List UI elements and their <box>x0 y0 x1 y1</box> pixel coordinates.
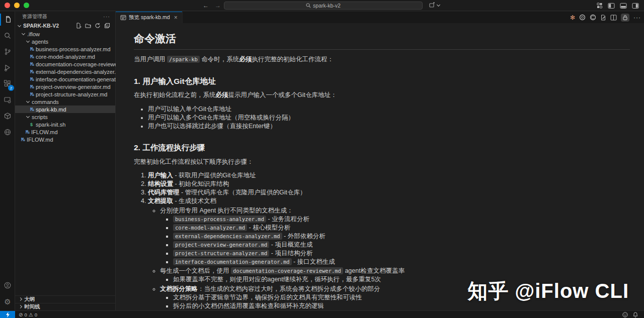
agent-item: project-structure-analyzer.md - 项目结构分析 <box>173 250 630 258</box>
markdown-file-icon <box>26 130 31 135</box>
markdown-file-icon <box>21 137 27 142</box>
chevron-down-icon <box>22 32 25 35</box>
tree-file[interactable]: interface-documentation-generator.md <box>15 75 115 83</box>
tree-file[interactable]: project-overview-generator.md <box>15 83 115 90</box>
lock-icon <box>622 15 628 21</box>
tree-folder-scripts[interactable]: scripts <box>15 113 115 121</box>
sub-item: 分别使用专用 Agent 执行不同类型的文档生成： business-proce… <box>160 207 630 266</box>
tree-file-selected[interactable]: spark-kb.md <box>15 105 115 113</box>
explorer-title: 资源管理器 <box>22 13 47 20</box>
split-editor-icon[interactable] <box>610 15 617 21</box>
project-name: SPARK-KB-V2 <box>23 23 59 29</box>
list-item: 用户也可以选择跳过此步骤（直接按Enter键） <box>148 123 630 131</box>
copilot-circle-icon[interactable] <box>590 14 596 21</box>
new-folder-icon[interactable] <box>85 23 91 29</box>
toggle-panel-icon[interactable] <box>620 3 627 9</box>
remote-explorer-icon[interactable] <box>0 92 15 108</box>
warnings-count: 0 <box>35 312 37 317</box>
list-item: 用户可以输入多个Git仓库地址（用空格或换行分隔） <box>148 114 630 122</box>
tree-file[interactable]: external-dependencies-analyzer.md <box>15 68 115 75</box>
command-center-search[interactable]: spark-kb-v2 <box>224 2 423 10</box>
timeline-section[interactable]: 时间线 <box>15 303 115 310</box>
tree-file[interactable]: documentation-coverage-reviewer.md <box>15 60 115 68</box>
tab-preview-spark-kb[interactable]: 预览 spark-kb.md × <box>116 12 183 23</box>
explorer-icon[interactable] <box>0 12 15 28</box>
tree-file[interactable]: IFLOW.md <box>15 136 115 143</box>
zoom-window-button[interactable] <box>24 3 29 8</box>
source-control-icon[interactable] <box>0 44 15 60</box>
open-changes-icon[interactable] <box>600 15 606 21</box>
more-actions-icon[interactable]: ··· <box>633 14 641 21</box>
outline-section[interactable]: 大纲 <box>15 295 115 303</box>
chevron-right-icon <box>19 304 22 308</box>
tree-file[interactable]: core-model-analyzer.md <box>15 53 115 60</box>
status-bar: ⊘0 ⚠0 <box>0 310 644 318</box>
section-1-paragraph: 在执行初始化流程之前，系统必须提示用户输入一个或多个Git仓库地址： <box>134 91 630 99</box>
extensions-icon[interactable]: 2 <box>0 76 15 92</box>
warnings-icon: ⚠ <box>29 312 33 317</box>
explorer-more-actions[interactable]: ··· <box>103 14 110 20</box>
zhihu-watermark: 知乎 @iFlow CLI <box>467 277 629 305</box>
markdown-file-icon <box>30 92 36 97</box>
tree-file[interactable]: business-process-analyzer.md <box>15 45 115 53</box>
remote-indicator[interactable] <box>0 311 15 318</box>
tree-file[interactable]: IFLOW.md <box>15 128 115 136</box>
tree-folder-iflow[interactable]: .iflow <box>15 30 115 38</box>
tab-bar: 预览 spark-kb.md × ✻ ··· <box>116 12 644 23</box>
account-icon[interactable] <box>0 277 15 293</box>
collapse-all-icon[interactable] <box>104 23 110 29</box>
chevron-right-icon <box>19 297 22 300</box>
extensions-badge: 2 <box>8 85 14 91</box>
run-debug-icon[interactable] <box>0 60 15 76</box>
search-icon <box>306 3 311 8</box>
shell-file-icon <box>30 122 36 127</box>
search-icon[interactable] <box>0 28 15 44</box>
intro-paragraph: 当用户调用 /spark-kb 命令时，系统必须执行完整的初始化工作流程： <box>134 56 630 64</box>
preview-locked-toggle[interactable] <box>621 14 629 22</box>
problems-status[interactable]: ⊘0 ⚠0 <box>15 312 37 317</box>
package-icon[interactable] <box>0 108 15 124</box>
new-window-icon <box>429 2 435 9</box>
agent-item: project-overview-generator.md - 项目概览生成 <box>173 241 630 249</box>
new-file-icon[interactable] <box>75 23 82 29</box>
markdown-file-icon <box>30 47 36 52</box>
project-section-header[interactable]: SPARK-KB-V2 <box>15 22 115 30</box>
markdown-file-icon <box>30 84 36 89</box>
close-tab-icon[interactable]: × <box>174 14 178 21</box>
agent-item: external-dependencies-analyzer.md - 外部依赖… <box>173 233 630 241</box>
settings-gear-icon[interactable]: ⚙ <box>0 293 15 309</box>
step-item: 用户输入 - 获取用户提供的Git仓库地址 <box>148 172 630 180</box>
refresh-icon[interactable] <box>95 23 101 29</box>
markdown-file-icon <box>30 69 36 74</box>
inline-code: /spark-kb <box>167 56 200 63</box>
agent-item: core-model-analyzer.md - 核心模型分析 <box>173 224 630 232</box>
assistant-circle-icon[interactable] <box>579 14 586 21</box>
markdown-file-icon <box>30 54 36 59</box>
activity-bar: 2 ⚙ <box>0 12 15 310</box>
doc-title: 命令激活 <box>134 32 630 50</box>
tree-file[interactable]: project-structure-analyzer.md <box>15 90 115 98</box>
toggle-secondary-sidebar-icon[interactable] <box>632 3 639 9</box>
navigate-back-button[interactable]: ← <box>203 2 209 9</box>
tree-folder-commands[interactable]: commands <box>15 98 115 105</box>
ai-assistant-icon[interactable] <box>0 124 15 140</box>
new-window-dropdown-button[interactable] <box>429 2 442 9</box>
markdown-preview-icon <box>120 15 126 21</box>
remote-icon <box>6 312 10 317</box>
navigate-forward-button[interactable]: → <box>215 2 221 9</box>
file-tree: .iflow agents business-process-analyzer.… <box>15 30 115 143</box>
markdown-file-icon <box>30 62 36 67</box>
customize-layout-icon[interactable] <box>596 3 603 9</box>
close-window-button[interactable] <box>5 3 10 8</box>
feedback-smiley-icon[interactable] <box>622 312 628 317</box>
vscode-window: ← → spark-kb-v2 2 <box>0 0 644 318</box>
toggle-primary-sidebar-icon[interactable] <box>608 3 615 9</box>
tree-folder-agents[interactable]: agents <box>15 38 115 45</box>
notifications-bell-icon[interactable] <box>633 312 638 317</box>
tree-file[interactable]: spark-init.sh <box>15 121 115 128</box>
minimize-window-button[interactable] <box>14 3 20 8</box>
step-item: 代码库管理 - 管理代码库仓库（克隆用户提供的Git仓库） <box>148 189 630 197</box>
errors-icon: ⊘ <box>19 312 23 317</box>
iflow-extension-icon[interactable]: ✻ <box>570 14 575 21</box>
markdown-file-icon <box>30 77 36 82</box>
